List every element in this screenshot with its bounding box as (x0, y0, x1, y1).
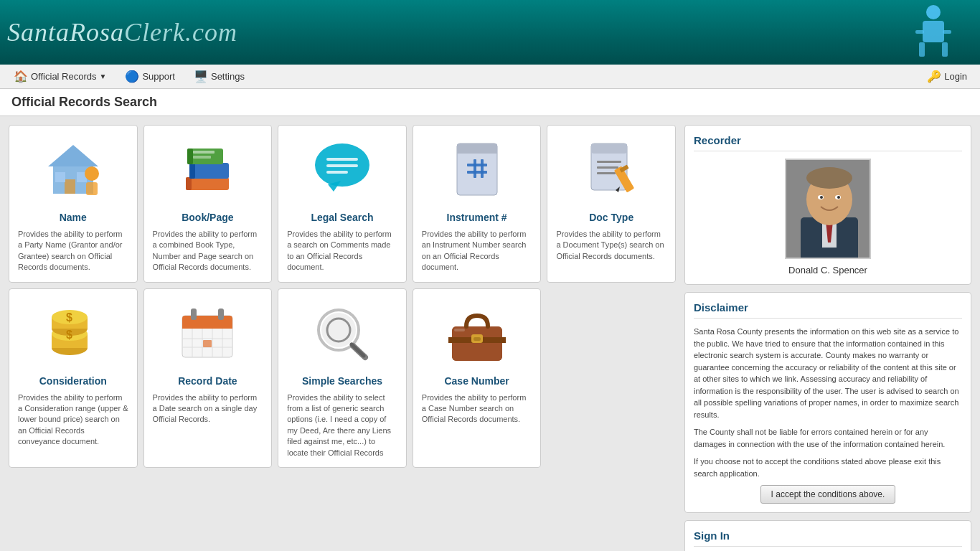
svg-rect-27 (457, 143, 497, 154)
header: SantaRosaClerk.com (0, 0, 980, 65)
svg-rect-60 (203, 340, 212, 347)
svg-rect-35 (597, 161, 621, 163)
svg-rect-4 (915, 30, 924, 34)
card-case-number[interactable]: Case Number Provides the ability to perf… (413, 288, 542, 468)
card-simple-searches-desc: Provides the ability to select from a li… (287, 392, 397, 458)
svg-rect-1 (923, 21, 944, 42)
card-simple-searches-icon-area (299, 298, 385, 369)
dropdown-arrow-icon: ▼ (100, 72, 107, 80)
svg-rect-31 (473, 159, 476, 178)
nav-settings[interactable]: 🖥️ Settings (186, 66, 253, 87)
header-figure-icon (908, 5, 958, 65)
card-doc-type-title: Doc Type (589, 212, 633, 223)
card-doc-type-desc: Provides the ability to perform a Docume… (556, 229, 666, 262)
svg-rect-15 (189, 163, 229, 179)
card-record-date-title: Record Date (178, 375, 237, 387)
support-nav-icon: 🔵 (125, 70, 139, 83)
card-record-date-icon-area (164, 298, 250, 369)
recorder-name: Donald C. Spencer (694, 265, 962, 276)
card-name-desc: Provides the ability to perform a Party … (18, 229, 128, 273)
svg-rect-34 (591, 143, 627, 154)
card-record-date[interactable]: Record Date Provides the ability to perf… (143, 288, 273, 468)
cards-area: Name Provides the ability to perform a P… (9, 125, 676, 468)
svg-rect-14 (186, 177, 192, 190)
svg-rect-67 (452, 326, 502, 361)
svg-point-11 (85, 166, 99, 181)
svg-rect-28 (457, 152, 497, 154)
svg-rect-23 (326, 158, 358, 161)
svg-rect-12 (86, 182, 98, 195)
svg-rect-36 (597, 166, 618, 169)
svg-rect-29 (467, 164, 487, 166)
card-record-date-desc: Provides the ability to perform a Date s… (153, 392, 263, 425)
nav-login[interactable]: 🔑 Login (920, 67, 974, 86)
recorder-photo (785, 159, 871, 259)
disclaimer-section: Disclaimer Santa Rosa County presents th… (684, 292, 971, 513)
svg-rect-51 (182, 324, 232, 329)
svg-text:$: $ (66, 311, 72, 324)
svg-point-77 (806, 167, 852, 189)
logo-part1: SantaRosa (7, 18, 124, 47)
card-doc-type-icon-area (568, 134, 654, 206)
card-name-title: Name (60, 212, 87, 223)
card-legal-search-icon-area (299, 134, 385, 206)
sidebar: Recorder (684, 125, 971, 551)
sign-in-title: Sign In (694, 529, 962, 547)
card-book-page-title: Book/Page (182, 212, 233, 223)
svg-rect-3 (942, 42, 948, 57)
svg-rect-30 (467, 171, 487, 174)
card-legal-search-title: Legal Search (311, 212, 373, 223)
svg-rect-25 (326, 171, 348, 174)
nav-support[interactable]: 🔵 Support (117, 66, 183, 87)
card-book-page-desc: Provides the ability to perform a combin… (153, 229, 263, 273)
svg-rect-52 (191, 309, 197, 320)
card-book-page-icon-area (164, 134, 250, 206)
card-case-number-icon-area (434, 298, 520, 369)
card-legal-search[interactable]: Legal Search Provides the ability to per… (278, 125, 407, 283)
disclaimer-text-2: The County shall not be liable for error… (694, 426, 962, 450)
card-name[interactable]: Name Provides the ability to perform a P… (9, 125, 138, 283)
nav-settings-label: Settings (211, 71, 245, 82)
main-content: Name Provides the ability to perform a P… (0, 116, 980, 551)
disclaimer-section-title: Disclaimer (694, 301, 962, 319)
card-case-number-title: Case Number (444, 375, 509, 387)
svg-rect-5 (943, 30, 951, 34)
card-instrument[interactable]: Instrument # Provides the ability to per… (413, 125, 542, 283)
card-name-icon-area (30, 134, 116, 206)
svg-rect-71 (454, 329, 465, 331)
card-simple-searches-title: Simple Searches (302, 375, 382, 387)
recorder-section: Recorder (684, 125, 971, 285)
card-consideration-icon-area: $ $ (30, 298, 116, 369)
svg-marker-6 (48, 145, 98, 166)
svg-rect-10 (55, 172, 65, 182)
svg-point-0 (926, 5, 941, 19)
card-book-page[interactable]: Book/Page Provides the ability to perfor… (143, 125, 273, 283)
card-consideration-desc: Provides the ability to perform a Consid… (18, 392, 128, 448)
page-title: Official Records Search (11, 95, 157, 109)
svg-rect-18 (187, 149, 193, 164)
home-nav-icon: 🏠 (14, 70, 28, 83)
card-simple-searches[interactable]: Simple Searches Provides the ability to … (278, 288, 407, 468)
svg-rect-24 (326, 164, 358, 167)
card-instrument-title: Instrument # (447, 212, 507, 223)
svg-point-81 (837, 196, 840, 199)
sign-in-section: Sign In Login As User Name (684, 520, 971, 551)
accept-conditions-button[interactable]: I accept the conditions above. (760, 485, 896, 504)
svg-rect-16 (189, 163, 195, 179)
svg-rect-53 (218, 309, 224, 320)
page-title-bar: Official Records Search (0, 89, 980, 116)
card-legal-search-desc: Provides the ability to perform a search… (287, 229, 397, 273)
card-doc-type[interactable]: Doc Type Provides the ability to perform… (547, 125, 676, 283)
recorder-section-title: Recorder (694, 134, 962, 151)
svg-rect-13 (186, 177, 229, 190)
empty-card-slot (547, 288, 676, 468)
svg-rect-37 (597, 172, 616, 174)
svg-rect-8 (65, 179, 75, 194)
settings-nav-icon: 🖥️ (194, 70, 208, 83)
nav-login-label: Login (944, 71, 967, 82)
nav-official-records[interactable]: 🏠 Official Records ▼ (6, 66, 114, 87)
login-icon: 🔑 (927, 70, 941, 83)
card-consideration[interactable]: $ $ Consideration Provides the ability t… (9, 288, 138, 468)
disclaimer-text-1: Santa Rosa County presents the informati… (694, 326, 962, 420)
navbar: 🏠 Official Records ▼ 🔵 Support 🖥️ Settin… (0, 65, 980, 89)
